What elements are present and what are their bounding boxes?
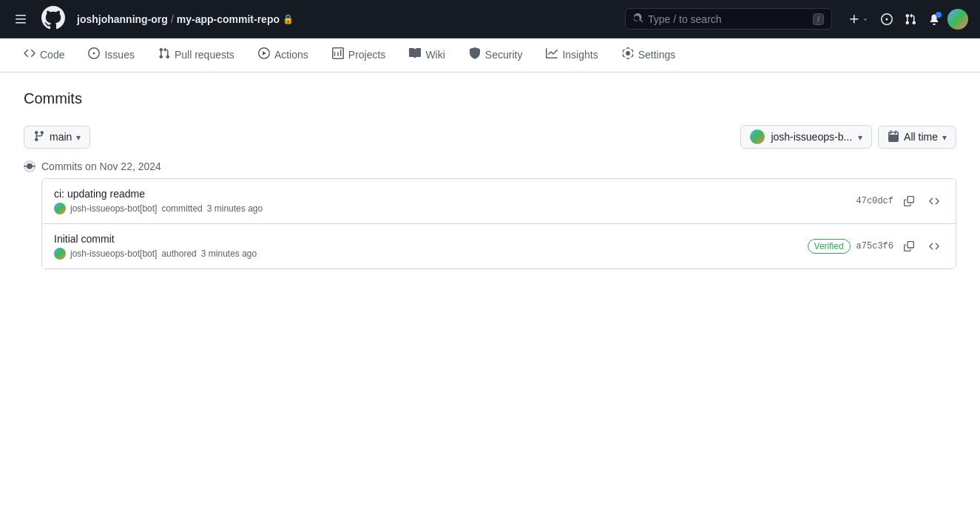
search-kbd-hint: / — [813, 13, 824, 25]
tab-actions-label: Actions — [274, 49, 308, 61]
tab-settings[interactable]: Settings — [610, 38, 688, 72]
tab-issues-label: Issues — [104, 49, 134, 61]
commit-left: Initial commit josh-issueops-bot[bot] au… — [54, 233, 257, 260]
repo-name: my-app-commit-repo — [177, 13, 280, 25]
tab-issues[interactable]: Issues — [76, 38, 146, 72]
commit-message-link[interactable]: Initial commit — [54, 233, 115, 245]
create-new-button[interactable] — [844, 9, 873, 30]
tab-insights-label: Insights — [562, 49, 598, 61]
commits-date-row: Commits on Nov 22, 2024 — [24, 160, 956, 172]
insights-icon — [546, 47, 558, 61]
commit-author-link[interactable]: josh-issueops-bot[bot] — [70, 203, 157, 214]
table-row: Initial commit josh-issueops-bot[bot] au… — [42, 223, 956, 268]
repo-tabs: Code Issues Pull requests Actions — [0, 38, 980, 72]
verified-badge: Verified — [808, 239, 851, 254]
org-link[interactable]: joshjohanning-org — [77, 13, 168, 25]
search-placeholder: Type / to search — [648, 13, 808, 25]
commits-toolbar: main josh-issueops-b... All time — [24, 125, 956, 149]
search-bar[interactable]: Type / to search / — [625, 8, 832, 30]
commit-left: ci: updating readme josh-issueops-bot[bo… — [54, 188, 263, 214]
commit-author-avatar — [54, 248, 66, 260]
issues-icon — [88, 47, 100, 61]
author-avatar — [750, 129, 765, 144]
tab-settings-label: Settings — [638, 49, 676, 61]
projects-icon — [332, 47, 344, 61]
notifications-button[interactable] — [924, 9, 944, 30]
tab-wiki[interactable]: Wiki — [397, 38, 456, 72]
tab-pull-requests-label: Pull requests — [175, 49, 234, 61]
commit-message: ci: updating readme — [54, 188, 263, 200]
commit-action: committed — [161, 203, 202, 214]
calendar-icon — [888, 130, 899, 144]
commit-hash: a75c3f6 — [856, 241, 893, 251]
commit-time: 3 minutes ago — [201, 248, 257, 259]
commit-message-link[interactable]: ci: updating readme — [54, 188, 145, 200]
search-icon — [633, 13, 643, 25]
avatar[interactable] — [947, 9, 968, 30]
issues-button[interactable] — [876, 9, 897, 30]
tab-insights[interactable]: Insights — [534, 38, 609, 72]
git-branch-icon — [33, 130, 45, 144]
security-icon — [469, 47, 481, 61]
wiki-icon — [409, 47, 421, 61]
author-name: josh-issueops-b... — [771, 131, 852, 143]
lock-icon: 🔒 — [283, 14, 294, 24]
tab-projects-label: Projects — [348, 49, 386, 61]
tab-wiki-label: Wiki — [425, 49, 445, 61]
right-controls: josh-issueops-b... All time — [740, 125, 956, 149]
top-nav: joshjohanning-org / my-app-commit-repo 🔒… — [0, 0, 980, 38]
branch-name: main — [50, 131, 72, 143]
page-title: Commits — [24, 90, 956, 107]
commit-meta: josh-issueops-bot[bot] authored 3 minute… — [54, 248, 257, 260]
time-filter-label: All time — [904, 131, 938, 143]
table-row: ci: updating readme josh-issueops-bot[bo… — [42, 179, 956, 223]
tab-code-label: Code — [40, 49, 64, 61]
author-chevron-icon — [858, 131, 862, 143]
breadcrumb: joshjohanning-org / my-app-commit-repo 🔒 — [77, 13, 294, 25]
tab-projects[interactable]: Projects — [320, 38, 398, 72]
actions-icon — [258, 47, 270, 61]
tab-pull-requests[interactable]: Pull requests — [146, 38, 246, 72]
breadcrumb-separator: / — [171, 13, 174, 25]
timeline-dot — [24, 160, 36, 172]
pull-requests-button[interactable] — [900, 9, 921, 30]
commit-author-avatar — [54, 203, 66, 214]
author-selector[interactable]: josh-issueops-b... — [740, 125, 872, 149]
browse-repo-button[interactable] — [925, 193, 944, 209]
commits-list: ci: updating readme josh-issueops-bot[bo… — [41, 178, 956, 269]
code-icon — [24, 47, 36, 61]
tab-security-label: Security — [485, 49, 523, 61]
notification-dot — [936, 12, 942, 18]
tab-security[interactable]: Security — [457, 38, 535, 72]
time-selector[interactable]: All time — [878, 126, 956, 149]
commit-right: 47c0dcf — [856, 193, 944, 209]
pull-requests-icon — [158, 47, 170, 61]
tab-actions[interactable]: Actions — [246, 38, 320, 72]
nav-icons — [844, 9, 968, 30]
commit-author: josh-issueops-bot[bot] — [70, 248, 157, 259]
branch-selector[interactable]: main — [24, 126, 90, 149]
time-chevron-icon — [942, 131, 947, 143]
settings-icon — [622, 47, 634, 61]
browse-repo-button[interactable] — [925, 238, 944, 254]
hamburger-button[interactable] — [12, 10, 30, 28]
tab-code[interactable]: Code — [12, 38, 76, 72]
branch-chevron-icon — [76, 131, 81, 143]
commit-right: Verified a75c3f6 — [808, 238, 944, 254]
github-logo[interactable] — [41, 6, 65, 32]
main-content: Commits main josh-issueops-b... — [0, 72, 980, 287]
commit-message: Initial commit — [54, 233, 257, 245]
commit-action: authored — [161, 248, 196, 259]
copy-hash-button[interactable] — [899, 193, 919, 209]
copy-hash-button[interactable] — [899, 238, 919, 254]
commits-date: Commits on Nov 22, 2024 — [41, 160, 161, 172]
commit-time: 3 minutes ago — [207, 203, 263, 214]
commit-hash: 47c0dcf — [856, 196, 893, 206]
commit-meta: josh-issueops-bot[bot] committed 3 minut… — [54, 203, 263, 214]
commits-section: Commits on Nov 22, 2024 ci: updating rea… — [24, 160, 956, 269]
